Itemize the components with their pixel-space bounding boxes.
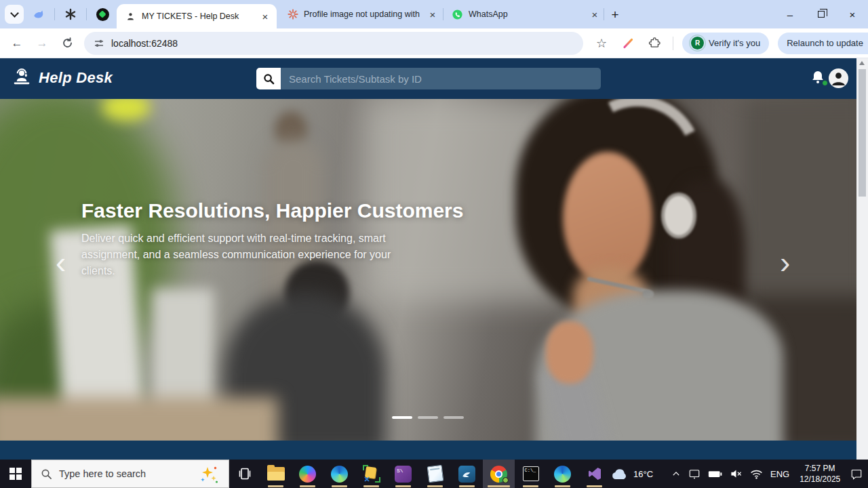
- photo-blob: [0, 397, 278, 441]
- taskbar-app-edge-2[interactable]: [547, 460, 578, 488]
- taskbar-app-mysql-workbench[interactable]: [451, 460, 483, 488]
- brand[interactable]: Help Desk: [11, 67, 113, 89]
- carousel-next-button[interactable]: ›: [780, 247, 790, 278]
- close-window-button[interactable]: ×: [837, 0, 868, 28]
- address-bar[interactable]: [84, 32, 583, 55]
- extensions-puzzle-button[interactable]: [646, 35, 663, 52]
- tab-divider: [604, 8, 604, 20]
- hero-subtitle: Deliver quick and efficient support with…: [81, 230, 399, 279]
- photo-blob: [661, 192, 696, 239]
- windows-taskbar: ✕ S\ C:\_: [0, 460, 868, 488]
- restore-button[interactable]: [806, 0, 837, 28]
- action-center-button[interactable]: [850, 468, 863, 480]
- reload-icon: [62, 37, 73, 49]
- relaunch-to-update-button[interactable]: Relaunch to update ⋮: [778, 33, 868, 54]
- close-icon[interactable]: ×: [259, 11, 271, 22]
- gem-icon: [96, 8, 109, 21]
- task-view-button[interactable]: [229, 460, 260, 488]
- running-indicator: [555, 485, 570, 487]
- tray-cast-icon[interactable]: [688, 468, 701, 479]
- taskbar-app-edge[interactable]: [323, 460, 355, 488]
- taskbar-app-command-prompt[interactable]: C:\_: [515, 460, 547, 488]
- tab-title: MY TICKETS - Help Desk: [142, 12, 254, 21]
- pinned-tab-gem[interactable]: [95, 7, 110, 22]
- weather-widget[interactable]: 16°C: [610, 467, 653, 481]
- tray-wifi-icon[interactable]: [750, 469, 763, 479]
- tab-search-chevron-button[interactable]: [5, 5, 24, 24]
- scrollbar-up-arrow[interactable]: [859, 61, 865, 65]
- verify-label: Verify it's you: [709, 38, 760, 48]
- language-indicator[interactable]: ENG: [770, 469, 789, 479]
- brand-name: Help Desk: [39, 69, 113, 87]
- whale-icon: [32, 7, 45, 21]
- bookmark-star-button[interactable]: ☆: [593, 35, 610, 52]
- pinned-tab-divider: [54, 8, 55, 20]
- tray-battery-icon[interactable]: [708, 470, 722, 479]
- tab-profile-image[interactable]: Profile image not updating with ×: [281, 5, 439, 24]
- taskbar-app-copilot[interactable]: [292, 460, 323, 488]
- photo-blob: [563, 152, 652, 284]
- cloud-icon: [610, 467, 629, 481]
- screen-capture-icon: ✕: [363, 465, 380, 483]
- carousel-dot-1[interactable]: [392, 416, 412, 419]
- close-icon[interactable]: ×: [427, 9, 439, 20]
- notepad-icon: [427, 465, 443, 483]
- tray-expand-button[interactable]: [671, 469, 681, 479]
- carousel-dot-2[interactable]: [418, 416, 438, 419]
- taskbar-app-chrome[interactable]: [483, 460, 515, 488]
- browser-tab-strip: MY TICKETS - Help Desk × Profile image n…: [0, 0, 868, 28]
- notification-dot: [822, 80, 828, 86]
- profile-avatar-button[interactable]: [829, 68, 848, 88]
- reload-button[interactable]: [59, 35, 75, 52]
- start-button[interactable]: [0, 460, 31, 488]
- visual-studio-icon: [587, 466, 603, 482]
- support-agent-icon: [11, 67, 33, 89]
- taskbar-app-file-explorer[interactable]: [260, 460, 292, 488]
- whatsapp-icon: [452, 9, 463, 20]
- mysql-workbench-icon: [458, 466, 475, 483]
- chrome-update-badge: [502, 477, 509, 483]
- tune-icon[interactable]: [94, 38, 104, 49]
- running-indicator: [395, 485, 411, 487]
- relaunch-label: Relaunch to update: [787, 38, 863, 48]
- taskbar-clock[interactable]: 7:57 PM 12/18/2025: [797, 463, 843, 485]
- notifications-button[interactable]: [810, 69, 827, 87]
- carousel-prev-button[interactable]: ‹: [56, 247, 66, 278]
- taskbar-app-screen-capture[interactable]: ✕: [355, 460, 387, 488]
- chevron-up-icon: [671, 469, 681, 479]
- back-button[interactable]: ←: [9, 35, 25, 52]
- pinned-tab-asterisk[interactable]: [63, 7, 78, 22]
- new-tab-button[interactable]: +: [606, 6, 624, 24]
- terminal-icon: C:\_: [523, 466, 539, 481]
- carousel-dot-3[interactable]: [443, 416, 464, 419]
- tab-my-tickets[interactable]: MY TICKETS - Help Desk ×: [117, 4, 277, 28]
- pen-extension-icon[interactable]: [620, 35, 636, 52]
- search-button[interactable]: [256, 68, 281, 89]
- taskbar-search[interactable]: [31, 460, 229, 488]
- verify-its-you-button[interactable]: R Verify it's you: [682, 33, 769, 54]
- taskbar-app-visual-studio[interactable]: [578, 460, 610, 488]
- support-agent-icon: [125, 11, 136, 22]
- close-icon[interactable]: ×: [589, 9, 601, 20]
- tab-whatsapp[interactable]: WhatsApp ×: [446, 5, 601, 24]
- scrollbar-thumb[interactable]: [859, 69, 866, 197]
- taskbar-app-purple-terminal[interactable]: S\: [387, 460, 419, 488]
- purple-app-icon: S\: [395, 466, 412, 483]
- ticket-search-input[interactable]: [281, 68, 601, 89]
- running-indicator: [488, 485, 510, 487]
- clock-date: 12/18/2025: [797, 474, 843, 485]
- tray-volume-muted-icon[interactable]: [730, 468, 743, 479]
- profile-badge-icon: R: [691, 37, 704, 49]
- screen: MY TICKETS - Help Desk × Profile image n…: [0, 0, 868, 488]
- site-header: Help Desk: [0, 58, 856, 99]
- running-indicator: [363, 485, 379, 487]
- forward-button: →: [34, 35, 50, 52]
- photo-blob: [546, 321, 593, 384]
- page-scrollbar[interactable]: [856, 58, 868, 460]
- pinned-tab-whale[interactable]: [31, 7, 46, 22]
- taskbar-search-input[interactable]: [59, 468, 174, 479]
- file-explorer-icon: [267, 467, 285, 481]
- taskbar-app-notepad[interactable]: [419, 460, 451, 488]
- minimize-button[interactable]: –: [774, 0, 806, 28]
- url-input[interactable]: [111, 38, 518, 49]
